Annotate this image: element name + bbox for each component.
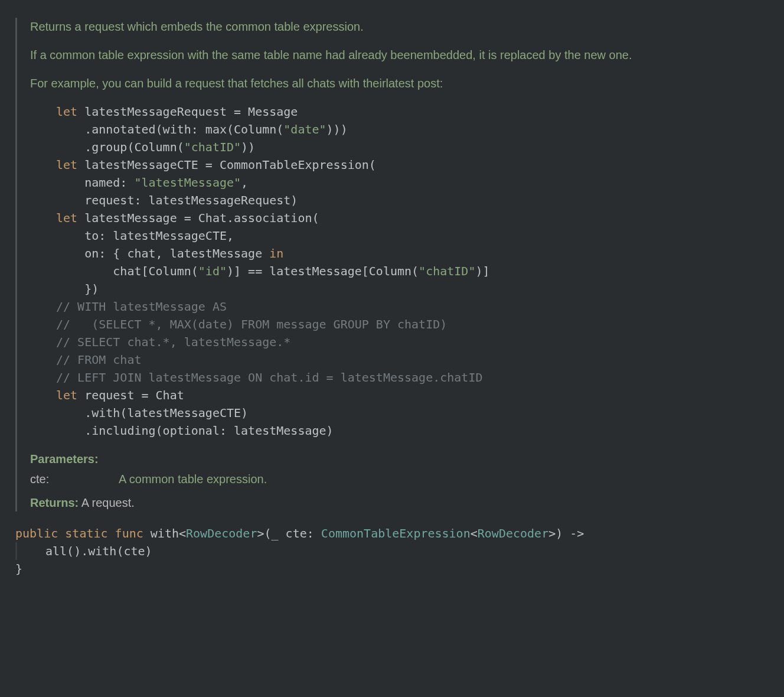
parameters-heading: Parameters: <box>30 450 769 468</box>
parameter-name: cte: <box>30 470 119 488</box>
code-comment: // LEFT JOIN latestMessage ON chat.id = … <box>56 370 482 385</box>
type-rowdecoder: RowDecoder <box>186 526 257 540</box>
function-signature: public static func with<RowDecoder>(_ ct… <box>15 525 769 578</box>
keyword-func: func <box>115 526 143 540</box>
keyword-in: in <box>269 246 283 260</box>
parameter-description: A common table expression. <box>119 470 267 488</box>
keyword-let: let <box>56 105 77 119</box>
type-commontableexpression: CommonTableExpression <box>321 526 471 540</box>
code-comment: // FROM chat <box>56 353 142 367</box>
type-rowdecoder: RowDecoder <box>478 526 548 540</box>
doc-summary: Returns a request which embeds the commo… <box>30 18 769 35</box>
keyword-let: let <box>56 158 77 172</box>
doc-detail: If a common table expression with the sa… <box>30 46 769 64</box>
returns-value: A request. <box>81 496 135 509</box>
example-code-block: let latestMessageRequest = Message .anno… <box>56 103 769 439</box>
code-comment: // WITH latestMessage AS <box>56 299 227 314</box>
closing-brace: } <box>15 562 22 576</box>
keyword-let: let <box>56 388 77 402</box>
code-comment: // (SELECT *, MAX(date) FROM message GRO… <box>56 317 447 331</box>
function-body: all().with(cte) <box>15 542 769 560</box>
returns-row: Returns: A request. <box>30 494 769 512</box>
doc-example-intro: For example, you can build a request tha… <box>30 74 769 92</box>
returns-label: Returns: <box>30 496 79 509</box>
documentation-block: Returns a request which embeds the commo… <box>15 18 769 512</box>
keyword-static: static <box>65 526 107 540</box>
parameter-row: cte: A common table expression. <box>30 470 769 488</box>
code-comment: // SELECT chat.*, latestMessage.* <box>56 335 290 349</box>
keyword-public: public <box>15 526 58 540</box>
keyword-let: let <box>56 211 77 225</box>
